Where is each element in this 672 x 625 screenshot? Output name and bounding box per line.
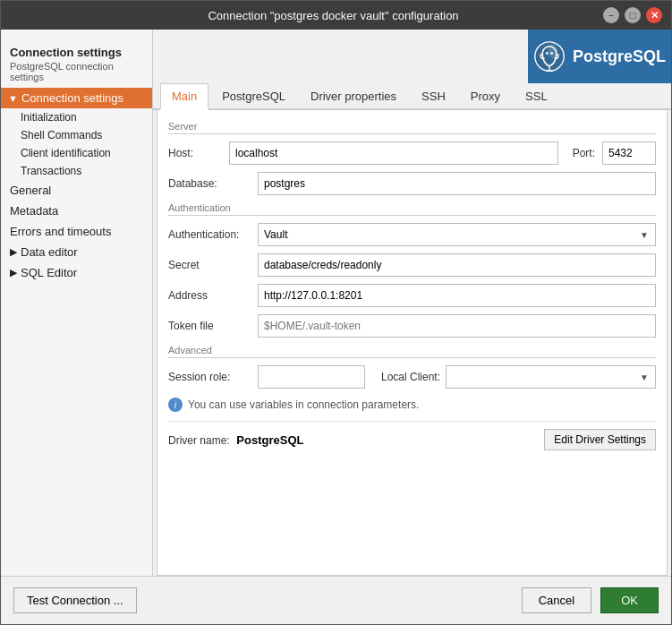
tab-driver-properties[interactable]: Driver properties bbox=[299, 83, 408, 110]
sidebar-child-label: Initialization bbox=[21, 111, 77, 124]
sidebar-item-label: General bbox=[10, 184, 51, 197]
sidebar-item-client-identification[interactable]: Client identification bbox=[1, 144, 152, 162]
driver-label-area: Driver name: PostgreSQL bbox=[168, 433, 303, 447]
sidebar-header: Connection settings PostgreSQL connectio… bbox=[1, 37, 152, 88]
auth-method-label: Authentication: bbox=[168, 228, 258, 241]
token-file-label: Token file bbox=[168, 320, 258, 332]
server-section-label: Server bbox=[168, 121, 656, 134]
sidebar-item-label: Data editor bbox=[21, 245, 78, 259]
auth-method-row: Authentication: Vault Password LDAP Kerb… bbox=[168, 223, 656, 246]
secret-label: Secret bbox=[168, 259, 258, 271]
title-bar: Connection "postgres docker vault" confi… bbox=[1, 1, 671, 30]
info-text: You can use variables in connection para… bbox=[188, 398, 419, 411]
sidebar-item-label: Metadata bbox=[10, 204, 58, 218]
close-button[interactable]: ✕ bbox=[646, 7, 662, 23]
svg-point-5 bbox=[550, 52, 553, 55]
auth-select[interactable]: Vault Password LDAP Kerberos None bbox=[258, 223, 656, 246]
session-role-input[interactable] bbox=[258, 365, 365, 389]
svg-point-4 bbox=[546, 52, 549, 55]
tab-proxy[interactable]: Proxy bbox=[459, 83, 512, 110]
local-client-select[interactable] bbox=[446, 365, 656, 389]
sidebar-child-label: Client identification bbox=[21, 147, 111, 159]
expand-arrow-icon: ▶ bbox=[10, 246, 17, 258]
sidebar-header-sub: PostgreSQL connection settings bbox=[10, 61, 143, 82]
advanced-section: Advanced Session role: Local Client: ▼ bbox=[168, 345, 656, 389]
footer-right: Cancel OK bbox=[522, 587, 659, 613]
footer: Test Connection ... Cancel OK bbox=[1, 576, 671, 624]
token-file-input[interactable] bbox=[258, 314, 656, 338]
secret-row: Secret bbox=[168, 253, 656, 277]
token-file-row: Token file bbox=[168, 314, 656, 338]
host-row: Host: Port: bbox=[168, 141, 656, 165]
sidebar-item-general[interactable]: General bbox=[1, 180, 152, 201]
address-row: Address bbox=[168, 284, 656, 307]
pg-logo-container: PostgreSQL bbox=[528, 30, 671, 83]
pg-logo-text: PostgreSQL bbox=[573, 47, 666, 66]
sidebar-child-label: Transactions bbox=[21, 165, 81, 177]
sidebar-item-shell-commands[interactable]: Shell Commands bbox=[1, 126, 152, 144]
session-role-row: Session role: Local Client: ▼ bbox=[168, 365, 656, 389]
auth-section-label: Authentication bbox=[168, 202, 656, 216]
window-title: Connection "postgres docker vault" confi… bbox=[64, 9, 603, 22]
maximize-button[interactable]: □ bbox=[625, 7, 641, 23]
sidebar: Connection settings PostgreSQL connectio… bbox=[1, 30, 153, 576]
tab-main[interactable]: Main bbox=[160, 83, 208, 110]
host-label: Host: bbox=[168, 147, 222, 159]
postgresql-logo-icon bbox=[533, 40, 566, 73]
address-input[interactable] bbox=[258, 284, 656, 307]
sidebar-item-metadata[interactable]: Metadata bbox=[1, 201, 152, 221]
address-label: Address bbox=[168, 289, 258, 302]
sidebar-item-label: Connection settings bbox=[21, 91, 123, 105]
sidebar-header-title: Connection settings bbox=[10, 46, 143, 59]
sidebar-item-data-editor[interactable]: ▶ Data editor bbox=[1, 242, 152, 262]
info-row: i You can use variables in connection pa… bbox=[168, 398, 656, 412]
sidebar-item-errors-timeouts[interactable]: Errors and timeouts bbox=[1, 221, 152, 242]
session-role-label: Session role: bbox=[168, 371, 258, 383]
tab-content-main: Server Host: Port: Database: Authenticat… bbox=[157, 110, 668, 576]
local-client-label: Local Client: bbox=[365, 371, 446, 383]
window-controls: − □ ✕ bbox=[603, 7, 662, 23]
database-label: Database: bbox=[168, 177, 258, 190]
driver-row: Driver name: PostgreSQL Edit Driver Sett… bbox=[168, 421, 656, 450]
main-panel: PostgreSQL Main PostgreSQL Driver proper… bbox=[153, 30, 671, 576]
sidebar-item-label: Errors and timeouts bbox=[10, 225, 111, 238]
expand-arrow-icon: ▼ bbox=[8, 93, 18, 104]
test-connection-button[interactable]: Test Connection ... bbox=[13, 587, 137, 613]
port-label: Port: bbox=[573, 147, 595, 159]
cancel-button[interactable]: Cancel bbox=[522, 587, 591, 613]
tab-postgresql[interactable]: PostgreSQL bbox=[210, 83, 297, 110]
sidebar-item-label: SQL Editor bbox=[21, 266, 77, 279]
tabs-bar: Main PostgreSQL Driver properties SSH Pr… bbox=[153, 83, 671, 110]
advanced-section-label: Advanced bbox=[168, 345, 656, 358]
driver-label: Driver name: bbox=[168, 434, 230, 447]
content-area: Connection settings PostgreSQL connectio… bbox=[1, 30, 671, 576]
main-window: Connection "postgres docker vault" confi… bbox=[0, 0, 672, 625]
port-input[interactable] bbox=[602, 141, 656, 165]
edit-driver-button[interactable]: Edit Driver Settings bbox=[544, 429, 656, 450]
minimize-button[interactable]: − bbox=[603, 7, 619, 23]
database-row: Database: bbox=[168, 172, 656, 195]
driver-name: PostgreSQL bbox=[236, 433, 303, 447]
sidebar-item-sql-editor[interactable]: ▶ SQL Editor bbox=[1, 262, 152, 283]
local-client-select-wrapper: ▼ bbox=[446, 365, 656, 389]
secret-input[interactable] bbox=[258, 253, 656, 277]
auth-select-wrapper: Vault Password LDAP Kerberos None ▼ bbox=[258, 223, 656, 246]
auth-section: Authentication Authentication: Vault Pas… bbox=[168, 202, 656, 338]
sidebar-item-connection-settings[interactable]: ▼ Connection settings bbox=[1, 88, 152, 108]
ok-button[interactable]: OK bbox=[600, 587, 659, 613]
tab-ssh[interactable]: SSH bbox=[410, 83, 457, 110]
host-input[interactable] bbox=[229, 141, 558, 165]
sidebar-item-transactions[interactable]: Transactions bbox=[1, 162, 152, 180]
tab-ssl[interactable]: SSL bbox=[514, 83, 559, 110]
pg-logo-bar: PostgreSQL bbox=[153, 30, 671, 83]
sidebar-child-label: Shell Commands bbox=[21, 129, 102, 141]
info-icon: i bbox=[168, 398, 183, 412]
sidebar-item-initialization[interactable]: Initialization bbox=[1, 108, 152, 126]
database-input[interactable] bbox=[258, 172, 656, 195]
expand-arrow-icon: ▶ bbox=[10, 267, 17, 278]
